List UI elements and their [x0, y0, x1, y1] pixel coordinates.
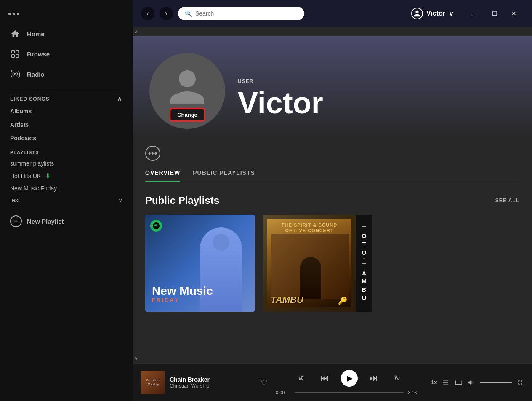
track-name: Chain Breaker	[170, 376, 255, 383]
now-playing: Christian Worship Chain Breaker Christia…	[141, 371, 267, 394]
progress-bar[interactable]	[295, 392, 404, 393]
user-dropdown-icon: ∨	[449, 10, 454, 18]
volume-button[interactable]	[467, 379, 475, 386]
nmf-text-friday: FRIDAY	[152, 297, 213, 303]
minimize-button[interactable]: —	[466, 7, 485, 20]
playlist-card-nmf[interactable]: New Music FRIDAY	[145, 215, 255, 312]
playlist-summer[interactable]: summer playlists	[0, 158, 133, 169]
username-display: Victor	[426, 10, 445, 17]
toto-side-text: T O T O ✦ T A M B U	[356, 215, 372, 312]
volume-bar[interactable]	[480, 382, 512, 383]
liked-songs-header[interactable]: Liked Songs ∧	[0, 91, 133, 104]
progress-row: 0:00 3:16	[276, 390, 423, 395]
sidebar-item-albums[interactable]: Albums	[0, 104, 133, 118]
devices-button[interactable]	[455, 379, 462, 386]
current-time: 0:00	[276, 390, 290, 395]
volume-fill	[480, 382, 512, 383]
playlist-cover-toto: The Spirit & Soundof Live Concert TAMBU …	[263, 215, 372, 312]
toto-background: The Spirit & Soundof Live Concert TAMBU …	[263, 215, 372, 312]
previous-track-button[interactable]: ⏮	[317, 371, 332, 386]
skip-back-15-button[interactable]: ↺ 15	[294, 371, 309, 386]
forward-arrow-icon: ›	[165, 10, 167, 17]
play-icon: ▶	[347, 374, 353, 383]
sidebar-item-home[interactable]: Home	[0, 24, 133, 44]
user-avatar-icon	[411, 8, 423, 19]
nmf-text-new: New Music	[152, 285, 213, 297]
tabs: OVERVIEW PUBLIC PLAYLISTS	[145, 169, 519, 182]
like-button[interactable]: ♡	[261, 378, 267, 387]
player-bar: Christian Worship Chain Breaker Christia…	[133, 363, 532, 401]
player-right-controls: 1x	[431, 379, 524, 386]
playlists-label: PLAYLISTS	[0, 145, 133, 158]
profile-username: Victor	[238, 88, 323, 118]
maximize-button[interactable]: ☐	[485, 7, 504, 20]
svg-rect-0	[12, 51, 14, 53]
sidebar-divider	[10, 88, 122, 88]
track-info: Chain Breaker Christian Worship	[170, 376, 255, 389]
user-area[interactable]: Victor ∨	[411, 8, 454, 19]
nav-home-label: Home	[27, 30, 45, 37]
search-icon: 🔍	[185, 10, 192, 17]
queue-button[interactable]	[442, 379, 450, 386]
chevron-down-icon: ∨	[118, 197, 122, 203]
sidebar-item-radio[interactable]: Radio	[0, 64, 133, 84]
new-playlist-label: New Playlist	[27, 218, 64, 225]
top-nav: ‹ › 🔍 Victor ∨	[133, 0, 532, 27]
back-arrow-icon: ‹	[146, 10, 149, 17]
playback-speed-button[interactable]: 1x	[431, 379, 437, 385]
tab-public-playlists[interactable]: PUBLIC PLAYLISTS	[193, 169, 255, 182]
forward-button[interactable]: ›	[160, 7, 173, 20]
home-icon	[10, 29, 20, 39]
plus-circle-icon: +	[10, 215, 22, 227]
fullscreen-button[interactable]	[517, 379, 524, 386]
nav-radio-label: Radio	[27, 71, 45, 78]
playlist-new-music-friday[interactable]: New Music Friday ...	[0, 182, 133, 194]
user-type-label: USER	[238, 78, 323, 84]
back-button[interactable]: ‹	[141, 7, 154, 20]
search-input[interactable]	[195, 10, 298, 17]
search-bar[interactable]: 🔍	[178, 7, 304, 20]
chevron-up-icon: ∧	[117, 95, 122, 103]
spotify-icon	[150, 220, 162, 232]
profile-area: Change USER Victor	[133, 36, 532, 137]
scroll-up-arrow[interactable]: ∧	[133, 27, 532, 36]
sidebar-item-browse[interactable]: Browse	[0, 44, 133, 64]
content-area: ••• OVERVIEW PUBLIC PLAYLISTS Public Pla…	[133, 137, 532, 354]
track-artist: Christian Worship	[170, 383, 255, 389]
tab-overview[interactable]: OVERVIEW	[145, 169, 180, 182]
playlists-grid: New Music FRIDAY	[145, 215, 519, 312]
close-button[interactable]: ✕	[504, 7, 524, 20]
playlist-hot-hits[interactable]: Hot Hits UK ⬇	[0, 169, 133, 182]
section-title: Public Playlists	[145, 195, 219, 206]
public-playlists-header: Public Playlists SEE ALL	[145, 195, 519, 206]
nmf-text-container: New Music FRIDAY	[152, 285, 213, 303]
play-pause-button[interactable]: ▶	[341, 370, 358, 387]
sidebar-item-artists[interactable]: Artists	[0, 118, 133, 131]
download-icon: ⬇	[45, 172, 51, 180]
avatar-container: Change	[149, 53, 225, 129]
window-controls: — ☐ ✕	[466, 7, 524, 20]
scroll-down-arrow[interactable]: ∨	[133, 354, 532, 363]
profile-info: USER Victor	[238, 78, 323, 129]
see-all-button[interactable]: SEE ALL	[495, 198, 519, 203]
sidebar-menu[interactable]	[0, 8, 133, 24]
sidebar: Home Browse	[0, 0, 133, 401]
browse-icon	[10, 49, 20, 59]
right-panel: ‹ › 🔍 Victor ∨	[133, 0, 532, 401]
svg-point-4	[14, 73, 16, 75]
next-track-button[interactable]: ⏭	[366, 371, 381, 386]
menu-dots-icon[interactable]	[8, 13, 19, 15]
change-photo-button[interactable]: Change	[170, 109, 204, 120]
playlist-cover-nmf: New Music FRIDAY	[145, 215, 255, 312]
playlist-test[interactable]: test ∨	[0, 194, 133, 206]
control-buttons: ↺ 15 ⏮ ▶ ⏭ ↻ 15	[294, 370, 405, 387]
skip-forward-15-button[interactable]: ↻ 15	[390, 371, 405, 386]
new-playlist-button[interactable]: + New Playlist	[0, 209, 133, 233]
toto-book: The Spirit & Soundof Live Concert TAMBU …	[267, 219, 351, 307]
playlist-card-toto[interactable]: The Spirit & Soundof Live Concert TAMBU …	[263, 215, 372, 312]
total-time: 3:16	[408, 390, 423, 395]
svg-rect-1	[16, 51, 19, 53]
nav-browse-label: Browse	[27, 51, 50, 58]
more-options-button[interactable]: •••	[145, 146, 160, 161]
sidebar-item-podcasts[interactable]: Podcasts	[0, 131, 133, 145]
